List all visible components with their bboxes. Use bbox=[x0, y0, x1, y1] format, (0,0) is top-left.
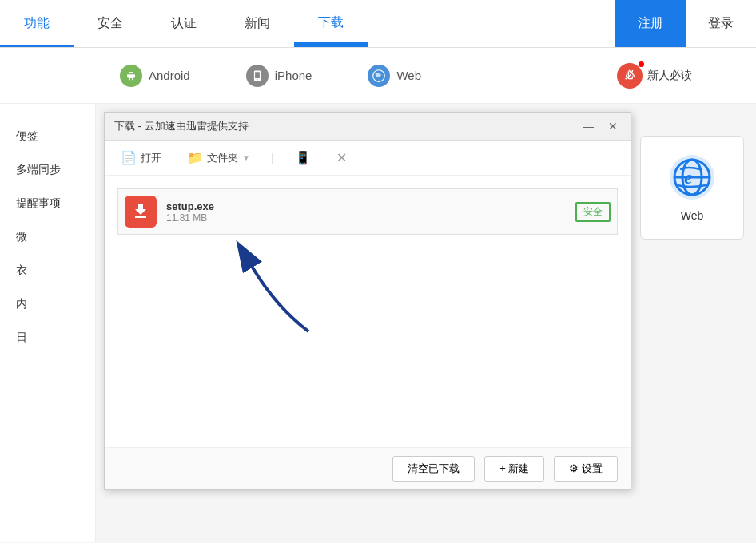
nav-label-news: 新闻 bbox=[245, 15, 270, 32]
minimize-button[interactable]: — bbox=[579, 120, 597, 133]
download-filename: setup.exe bbox=[166, 200, 566, 212]
nav-label-download: 下载 bbox=[318, 14, 344, 31]
new-user-label: 新人必读 bbox=[647, 69, 692, 83]
iphone-icon bbox=[246, 65, 269, 87]
nav-item-features[interactable]: 功能 bbox=[0, 0, 74, 47]
web-card-label: Web bbox=[681, 209, 704, 222]
nav-label-features: 功能 bbox=[24, 15, 50, 32]
new-user-badge[interactable]: 必 新人必读 bbox=[617, 63, 692, 89]
close-x-icon: ✕ bbox=[336, 150, 347, 165]
subnav-android[interactable]: Android bbox=[120, 65, 190, 87]
toolbar-close-button[interactable]: ✕ bbox=[330, 147, 353, 168]
safe-badge[interactable]: 安全 bbox=[575, 202, 611, 222]
register-button[interactable]: 注册 bbox=[615, 0, 686, 47]
dialog-title-bar: 下载 - 云加速由迅雷提供支持 — ✕ bbox=[105, 113, 631, 141]
web-icon-nav bbox=[368, 65, 390, 87]
android-icon bbox=[120, 65, 142, 87]
new-download-button[interactable]: + 新建 bbox=[484, 456, 544, 482]
folder-icon: 📁 bbox=[187, 150, 203, 165]
nav-label-auth: 认证 bbox=[171, 15, 197, 32]
iphone-label: iPhone bbox=[275, 69, 312, 82]
dialog-title: 下载 - 云加速由迅雷提供支持 bbox=[114, 119, 249, 133]
sidebar-item-ri[interactable]: 日 bbox=[0, 321, 95, 355]
center-area: 下载 - 云加速由迅雷提供支持 — ✕ 📄 打开 📁 文件夹 ▼ | bbox=[96, 104, 628, 542]
dialog-controls: — ✕ bbox=[579, 120, 621, 133]
download-dialog: 下载 - 云加速由迅雷提供支持 — ✕ 📄 打开 📁 文件夹 ▼ | bbox=[104, 112, 631, 490]
sidebar-item-wei[interactable]: 微 bbox=[0, 220, 95, 254]
dialog-toolbar: 📄 打开 📁 文件夹 ▼ | 📱 ✕ bbox=[105, 141, 631, 176]
file-icon: 📄 bbox=[121, 150, 137, 165]
toolbar-separator: | bbox=[271, 151, 274, 165]
sidebar-item-yi[interactable]: 衣 bbox=[0, 254, 95, 287]
arrow-indicator bbox=[229, 236, 324, 339]
dialog-footer: 清空已下载 + 新建 ⚙ 设置 bbox=[105, 447, 631, 489]
sidebar-item-bianjian[interactable]: 便签 bbox=[0, 120, 95, 153]
nav-item-security[interactable]: 安全 bbox=[74, 0, 147, 47]
login-button[interactable]: 登录 bbox=[686, 0, 756, 47]
sidebar-item-multisync[interactable]: 多端同步 bbox=[0, 153, 95, 187]
new-user-icon: 必 bbox=[617, 63, 643, 89]
sidebar-item-reminder[interactable]: 提醒事项 bbox=[0, 187, 95, 220]
sub-nav: Android iPhone Web 必 新人必读 bbox=[0, 48, 756, 104]
nav-item-news[interactable]: 新闻 bbox=[221, 0, 294, 47]
nav-item-auth[interactable]: 认证 bbox=[147, 0, 221, 47]
subnav-iphone[interactable]: iPhone bbox=[246, 65, 312, 87]
download-info: setup.exe 11.81 MB bbox=[166, 200, 566, 224]
close-button[interactable]: ✕ bbox=[605, 120, 621, 133]
nav-item-download[interactable]: 下载 bbox=[294, 0, 368, 47]
nav-label-security: 安全 bbox=[97, 15, 123, 32]
download-item: setup.exe 11.81 MB 安全 bbox=[117, 188, 618, 235]
sidebar-item-nei[interactable]: 内 bbox=[0, 287, 95, 321]
phone-button[interactable]: 📱 bbox=[288, 147, 317, 168]
clear-downloads-button[interactable]: 清空已下载 bbox=[392, 456, 475, 482]
dialog-body: setup.exe 11.81 MB 安全 bbox=[105, 176, 631, 447]
ie-icon: e bbox=[668, 153, 716, 201]
open-button[interactable]: 📄 打开 bbox=[114, 147, 168, 168]
web-label-nav: Web bbox=[396, 69, 421, 82]
sidebar: 便签 多端同步 提醒事项 微 衣 内 日 bbox=[0, 104, 96, 542]
android-label: Android bbox=[149, 69, 190, 82]
nav-bar: 功能 安全 认证 新闻 下载 注册 登录 bbox=[0, 0, 756, 48]
svg-text:e: e bbox=[684, 167, 693, 188]
settings-button[interactable]: ⚙ 设置 bbox=[554, 456, 618, 482]
download-filesize: 11.81 MB bbox=[166, 212, 566, 224]
phone-icon: 📱 bbox=[295, 150, 311, 165]
download-file-icon bbox=[125, 196, 157, 228]
right-panel: e Web bbox=[628, 104, 756, 542]
subnav-web[interactable]: Web bbox=[368, 65, 421, 87]
web-card[interactable]: e Web bbox=[640, 136, 744, 240]
main-content: 便签 多端同步 提醒事项 微 衣 内 日 下载 - 云加速由迅雷提供支持 — bbox=[0, 104, 756, 542]
folder-button[interactable]: 📁 文件夹 ▼ bbox=[181, 147, 257, 168]
notification-dot bbox=[639, 61, 644, 67]
